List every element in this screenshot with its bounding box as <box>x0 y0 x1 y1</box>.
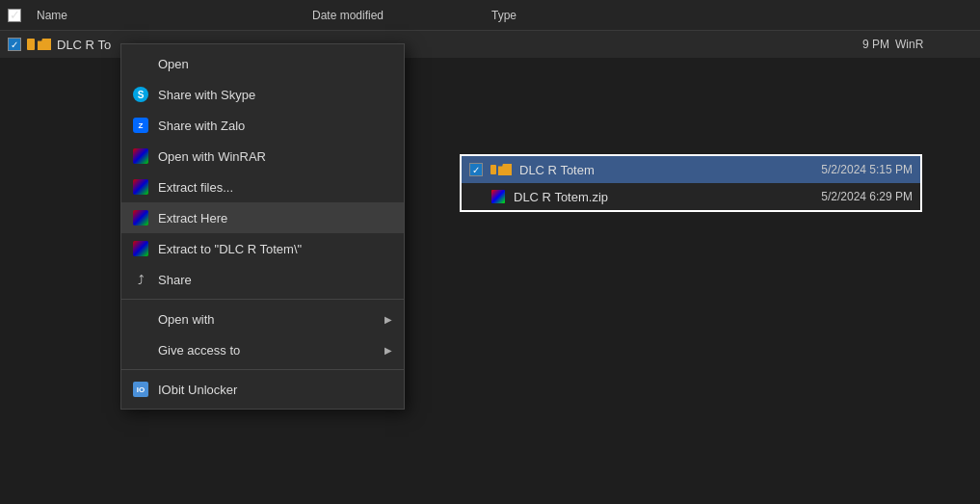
ctx-extract-files[interactable]: Extract files... <box>121 172 404 202</box>
select-all-checkbox[interactable]: ✓ <box>8 9 21 22</box>
ctx-share-label: Share <box>158 273 392 287</box>
ctx-open-with-label: Open with <box>158 312 375 327</box>
open-with-arrow-icon: ▶ <box>384 314 392 325</box>
panel-folder-icons <box>490 164 512 175</box>
ctx-give-access[interactable]: Give access to ▶ <box>121 334 404 365</box>
panel-folder-date: 5/2/2024 5:15 PM <box>821 163 913 176</box>
ctx-extract-to[interactable]: Extract to "DLC R Totem\" <box>121 233 404 264</box>
ctx-extract-to-label: Extract to "DLC R Totem\" <box>158 242 392 256</box>
ctx-share-skype-label: Share with Skype <box>158 88 392 102</box>
col-date-header[interactable]: Date modified <box>312 9 476 22</box>
panel-zip-spacer <box>469 190 483 203</box>
zip-icon <box>490 189 506 204</box>
col-name-header[interactable]: Name <box>37 9 297 22</box>
winrar-icon-4 <box>133 241 148 256</box>
ctx-open-with[interactable]: Open with ▶ <box>121 304 404 334</box>
ctx-iobit-label: IObit Unlocker <box>158 383 392 397</box>
explorer-header: ✓ Name Date modified Type <box>0 0 980 31</box>
file-checkbox[interactable] <box>8 38 21 51</box>
panel-folder-name: DLC R Totem <box>519 163 813 177</box>
ctx-share-skype[interactable]: S Share with Skype <box>121 79 404 110</box>
ctx-give-access-label: Give access to <box>158 343 375 358</box>
context-menu: Open S Share with Skype Z Share with Zal… <box>120 43 405 410</box>
folder-icon <box>38 39 51 50</box>
file-small-icon <box>27 39 35 50</box>
col-type-header[interactable]: Type <box>491 9 516 22</box>
ctx-iobit[interactable]: IO IObit Unlocker <box>121 374 404 405</box>
open-with-icon <box>133 311 148 327</box>
panel-zip-name: DLC R Totem.zip <box>514 190 813 204</box>
panel-row-zip[interactable]: DLC R Totem.zip 5/2/2024 6:29 PM <box>462 183 920 210</box>
panel-checkbox-folder[interactable] <box>469 163 483 176</box>
open-icon <box>133 56 148 71</box>
ctx-open-winrar[interactable]: Open with WinRAR <box>121 141 404 172</box>
file-type: WinR <box>895 38 972 51</box>
ctx-share-zalo-label: Share with Zalo <box>158 119 392 133</box>
give-access-icon <box>133 342 148 358</box>
skype-icon: S <box>133 87 148 102</box>
give-access-arrow-icon: ▶ <box>384 345 392 356</box>
file-panel: DLC R Totem 5/2/2024 5:15 PM DLC R Totem… <box>460 154 922 212</box>
zalo-icon: Z <box>133 118 148 133</box>
ctx-extract-files-label: Extract files... <box>158 180 392 195</box>
file-date: 9 PM <box>726 38 889 51</box>
separator-1 <box>121 299 404 300</box>
ctx-open[interactable]: Open <box>121 48 404 79</box>
ctx-extract-here[interactable]: Extract Here <box>121 202 404 233</box>
ctx-share-zalo[interactable]: Z Share with Zalo <box>121 110 404 141</box>
ctx-open-winrar-label: Open with WinRAR <box>158 149 392 164</box>
panel-row-folder[interactable]: DLC R Totem 5/2/2024 5:15 PM <box>462 156 920 183</box>
ctx-open-label: Open <box>158 57 392 71</box>
ctx-extract-here-label: Extract Here <box>158 211 392 225</box>
iobit-icon: IO <box>133 382 148 397</box>
share-icon: ⤴ <box>133 272 148 287</box>
winrar-icon-1 <box>133 148 148 164</box>
ctx-share[interactable]: ⤴ Share <box>121 264 404 295</box>
panel-zip-date: 5/2/2024 6:29 PM <box>821 190 913 203</box>
winrar-icon-2 <box>133 179 148 195</box>
separator-2 <box>121 369 404 370</box>
winrar-icon-3 <box>133 210 148 225</box>
